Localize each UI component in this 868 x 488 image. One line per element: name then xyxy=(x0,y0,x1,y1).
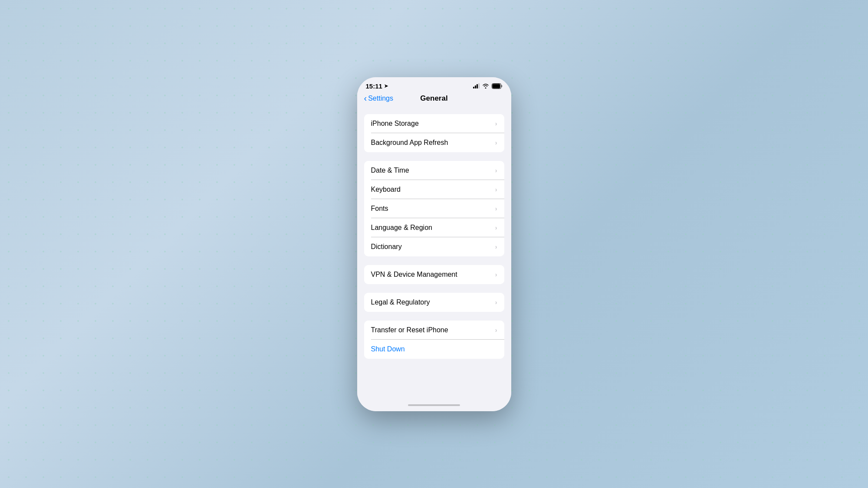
status-icons xyxy=(473,83,503,89)
transfer-reset-chevron-icon: › xyxy=(495,327,497,334)
dictionary-row[interactable]: Dictionary › xyxy=(364,237,504,256)
dictionary-chevron-icon: › xyxy=(495,243,497,250)
transfer-reset-label: Transfer or Reset iPhone xyxy=(371,326,448,334)
vpn-device-row[interactable]: VPN & Device Management › xyxy=(364,265,504,284)
background-app-refresh-right: › xyxy=(495,139,497,146)
legal-regulatory-label: Legal & Regulatory xyxy=(371,298,430,306)
locale-section-group: Date & Time › Keyboard › Fonts › Languag… xyxy=(364,161,504,256)
home-bar xyxy=(408,404,460,406)
back-chevron-icon: ‹ xyxy=(364,93,367,103)
storage-section-group: iPhone Storage › Background App Refresh … xyxy=(364,114,504,152)
wifi-icon xyxy=(482,83,489,88)
signal-bar-3 xyxy=(477,84,478,88)
legal-regulatory-chevron-icon: › xyxy=(495,299,497,306)
keyboard-chevron-icon: › xyxy=(495,186,497,193)
location-icon: ➤ xyxy=(384,83,388,89)
fonts-label: Fonts xyxy=(371,205,388,213)
date-time-row[interactable]: Date & Time › xyxy=(364,161,504,180)
language-region-label: Language & Region xyxy=(371,224,432,232)
shut-down-label: Shut Down xyxy=(371,345,405,353)
signal-bars-icon xyxy=(473,83,480,88)
home-indicator xyxy=(357,399,511,411)
svg-rect-2 xyxy=(501,85,503,87)
status-bar: 15:11 ➤ xyxy=(357,77,511,92)
reset-section-group: Transfer or Reset iPhone › Shut Down xyxy=(364,321,504,359)
date-time-chevron-icon: › xyxy=(495,167,497,174)
language-region-right: › xyxy=(495,224,497,231)
iphone-frame: 15:11 ➤ xyxy=(357,77,511,411)
fonts-chevron-icon: › xyxy=(495,205,497,212)
back-button[interactable]: ‹ Settings xyxy=(364,93,393,103)
fonts-right: › xyxy=(495,205,497,212)
time-display: 15:11 xyxy=(366,82,382,90)
iphone-storage-label: iPhone Storage xyxy=(371,120,419,128)
signal-bar-1 xyxy=(473,87,474,88)
dictionary-right: › xyxy=(495,243,497,250)
keyboard-right: › xyxy=(495,186,497,193)
iphone-storage-row[interactable]: iPhone Storage › xyxy=(364,114,504,133)
settings-content: iPhone Storage › Background App Refresh … xyxy=(357,107,511,399)
iphone-storage-chevron-icon: › xyxy=(495,120,497,127)
vpn-section-group: VPN & Device Management › xyxy=(364,265,504,284)
back-label: Settings xyxy=(368,95,393,102)
background-app-refresh-row[interactable]: Background App Refresh › xyxy=(364,133,504,152)
signal-bar-2 xyxy=(475,85,476,88)
legal-section-group: Legal & Regulatory › xyxy=(364,293,504,312)
legal-regulatory-right: › xyxy=(495,299,497,306)
signal-bar-4 xyxy=(478,83,480,88)
keyboard-label: Keyboard xyxy=(371,186,401,193)
date-time-right: › xyxy=(495,167,497,174)
fonts-row[interactable]: Fonts › xyxy=(364,199,504,218)
bottom-spacer xyxy=(357,367,511,376)
svg-rect-1 xyxy=(492,84,500,88)
language-region-row[interactable]: Language & Region › xyxy=(364,218,504,237)
battery-icon xyxy=(492,83,503,89)
date-time-label: Date & Time xyxy=(371,167,409,174)
shut-down-row[interactable]: Shut Down xyxy=(364,340,504,359)
transfer-reset-row[interactable]: Transfer or Reset iPhone › xyxy=(364,321,504,340)
background-app-refresh-label: Background App Refresh xyxy=(371,139,448,147)
vpn-device-right: › xyxy=(495,271,497,278)
background-app-refresh-chevron-icon: › xyxy=(495,139,497,146)
vpn-device-chevron-icon: › xyxy=(495,271,497,278)
status-time: 15:11 ➤ xyxy=(366,82,388,90)
dictionary-label: Dictionary xyxy=(371,243,402,251)
transfer-reset-right: › xyxy=(495,327,497,334)
language-region-chevron-icon: › xyxy=(495,224,497,231)
legal-regulatory-row[interactable]: Legal & Regulatory › xyxy=(364,293,504,312)
page-title: General xyxy=(420,94,447,103)
vpn-device-label: VPN & Device Management xyxy=(371,271,457,278)
nav-bar: ‹ Settings General xyxy=(357,92,511,107)
keyboard-row[interactable]: Keyboard › xyxy=(364,180,504,199)
iphone-storage-right: › xyxy=(495,120,497,127)
